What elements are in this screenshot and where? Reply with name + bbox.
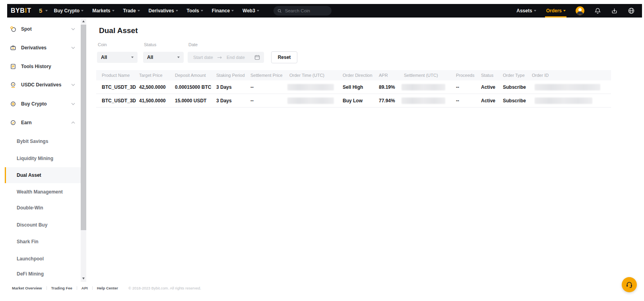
redacted-settlement-time: [402, 84, 445, 90]
chevron-down-icon: [138, 10, 140, 12]
chevron-down-icon: [71, 47, 75, 49]
coin-filter-select[interactable]: All: [97, 52, 138, 63]
scroll-up-arrow-icon[interactable]: [82, 20, 85, 22]
footer-link-trading-fee[interactable]: Trading Fee: [51, 286, 72, 290]
footer-link-help-center[interactable]: Help Center: [97, 286, 118, 290]
status-filter-label: Status: [144, 42, 156, 47]
nav-item-orders[interactable]: Orders: [546, 4, 566, 18]
divider: [47, 286, 47, 290]
chevron-down-icon: [71, 84, 75, 86]
chevron-down-icon: [45, 10, 48, 12]
nav-item-web3[interactable]: Web3: [242, 4, 259, 18]
language-button[interactable]: [628, 4, 635, 18]
notifications-button[interactable]: [594, 4, 601, 18]
column-apr: APR: [373, 73, 398, 78]
derivatives-icon: [10, 45, 16, 51]
sidebar-item-earn[interactable]: Earn: [5, 117, 81, 128]
sidebar-item-discount-buy[interactable]: Discount Buy: [5, 219, 81, 231]
deposit-amount: 0.00015000 BTC: [175, 84, 211, 90]
sidebar-item-bybit-savings[interactable]: Bybit Savings: [5, 136, 81, 147]
sidebar-item-derivatives[interactable]: Derivatives: [5, 42, 81, 53]
date-filter-label: Date: [188, 42, 198, 47]
chevron-down-icon: [81, 10, 83, 12]
anniversary-5-menu[interactable]: 5: [39, 7, 48, 14]
sidebar-item-spot[interactable]: Spot: [5, 23, 81, 35]
spot-icon: [10, 26, 16, 32]
product-name: BTC_USDT_3D: [102, 84, 136, 90]
chevron-down-icon: [176, 10, 178, 12]
sidebar-item-launchpool[interactable]: Launchpool: [5, 253, 81, 264]
sidebar-item-tools-history[interactable]: Tools History: [5, 61, 81, 72]
chevron-down-icon: [112, 10, 114, 12]
sidebar-item-dual-asset[interactable]: Dual Asset: [5, 170, 81, 181]
settlement-price: --: [250, 84, 254, 90]
footer-link-api[interactable]: API: [81, 286, 88, 290]
tools-history-icon: [10, 63, 16, 70]
coin-search[interactable]: [274, 6, 332, 16]
scrollbar-thumb[interactable]: [81, 25, 86, 230]
order-type: Subscribe: [503, 84, 526, 90]
column-settlement-utc: Settlement (UTC): [398, 73, 450, 78]
sidebar-scrollbar[interactable]: [81, 18, 86, 282]
avatar: [576, 6, 584, 15]
column-order-type: Order Type: [497, 73, 526, 78]
sidebar-item-usdc-derivatives[interactable]: USDC Derivatives: [5, 79, 81, 90]
nav-item-buy-crypto[interactable]: Buy Crypto: [54, 4, 84, 18]
proceeds: --: [456, 98, 459, 104]
chevron-up-icon: [71, 121, 75, 124]
column-staking-period: Staking Period: [211, 73, 245, 78]
footer: Market Overview Trading Fee API Help Cen…: [12, 286, 201, 290]
nav-item-markets[interactable]: Markets: [92, 4, 114, 18]
staking-period: 3 Days: [216, 84, 232, 90]
nav-item-tools[interactable]: Tools: [187, 4, 203, 18]
product-name: BTC_USDT_3D: [102, 98, 136, 104]
sidebar-item-shark-fin[interactable]: Shark Fin: [5, 236, 81, 247]
status-badge: Active: [481, 98, 495, 104]
column-status: Status: [475, 73, 497, 78]
chevron-down-icon: [71, 103, 75, 105]
avatar-icon: [576, 6, 584, 15]
search-input[interactable]: [284, 8, 328, 14]
status-filter-select[interactable]: All: [143, 52, 184, 63]
page-title: Dual Asset: [99, 26, 138, 35]
search-icon: [277, 8, 282, 14]
order-direction: Buy Low: [343, 98, 363, 104]
desktop-app-download-button[interactable]: [611, 4, 618, 18]
bybit-logo[interactable]: BYBIT: [11, 7, 31, 14]
sidebar-item-wealth-management[interactable]: Wealth Management: [5, 186, 81, 197]
sidebar-item-liquidity-mining[interactable]: Liquidity Mining: [5, 153, 81, 164]
target-price: 41,500.0000: [139, 98, 166, 104]
nav-item-derivatives[interactable]: Derivatives: [149, 4, 178, 18]
logo-accent-letter: I: [25, 7, 27, 14]
scroll-down-arrow-icon[interactable]: [82, 278, 85, 280]
account-avatar-button[interactable]: [576, 4, 584, 18]
logo-text-end: T: [27, 7, 31, 14]
sidebar-item-buy-crypto[interactable]: Buy Crypto: [5, 98, 81, 109]
customer-support-button[interactable]: [622, 277, 637, 292]
proceeds: --: [456, 84, 459, 90]
nav-item-trade[interactable]: Trade: [123, 4, 140, 18]
start-date-input[interactable]: Start date: [193, 55, 213, 60]
bell-icon: [594, 8, 601, 14]
nav-menu: Buy Crypto Markets Trade Derivatives Too…: [54, 4, 268, 18]
apr-value: 77.94%: [379, 98, 395, 104]
chevron-down-icon: [257, 10, 259, 12]
chevron-down-icon: [534, 10, 536, 12]
end-date-input[interactable]: End date: [227, 55, 245, 60]
chevron-down-icon: [71, 28, 75, 30]
table-row: BTC_USDT_3D 41,500.0000 15.0000 USDT 3 D…: [96, 94, 611, 108]
sidebar-item-defi-mining[interactable]: DeFi Mining: [5, 268, 81, 280]
copyright: © 2018-2023 Bybit.com. All rights reserv…: [128, 286, 201, 290]
redacted-order-id: [535, 84, 600, 90]
reset-button[interactable]: Reset: [271, 51, 297, 63]
deposit-amount: 15.0000 USDT: [175, 98, 206, 104]
nav-item-finance[interactable]: Finance: [212, 4, 234, 18]
staking-period: 3 Days: [216, 98, 232, 104]
footer-link-market-overview[interactable]: Market Overview: [12, 286, 42, 290]
date-range-picker[interactable]: Start date End date: [188, 52, 264, 63]
sidebar-item-double-win[interactable]: Double-Win: [5, 202, 81, 213]
nav-item-assets[interactable]: Assets: [516, 4, 536, 18]
column-order-time: Order Time (UTC): [284, 73, 337, 78]
chevron-down-icon: [231, 10, 234, 12]
chevron-down-icon: [177, 57, 180, 58]
